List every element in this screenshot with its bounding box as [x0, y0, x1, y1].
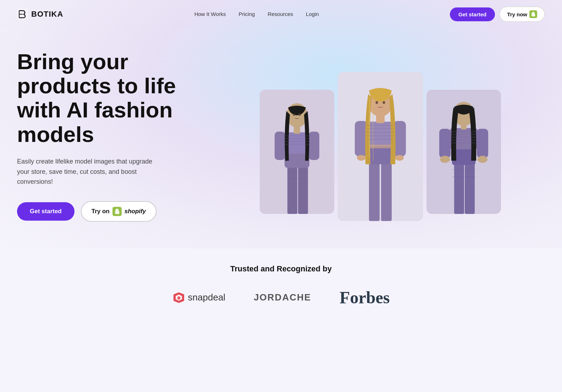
svg-point-57	[478, 156, 487, 163]
nav-menu: How It Works Pricing Resources Login	[194, 11, 319, 17]
shopify-brand-label: shopify	[125, 208, 146, 215]
svg-rect-54	[439, 129, 451, 158]
model-image-left	[260, 90, 334, 214]
hero-title: Bring your products to life with AI fash…	[17, 50, 216, 147]
svg-point-5	[116, 213, 117, 214]
nav-try-now-button[interactable]: Try now	[499, 6, 545, 22]
navbar: BOTIKA How It Works Pricing Resources Lo…	[0, 0, 562, 28]
hero-section: Bring your products to life with AI fash…	[0, 28, 562, 250]
hero-content: Bring your products to life with AI fash…	[17, 50, 216, 222]
nav-pricing[interactable]: Pricing	[239, 11, 255, 17]
nav-resources[interactable]: Resources	[268, 11, 293, 17]
svg-point-40	[376, 101, 378, 104]
jordache-logo: JORDACHE	[254, 292, 311, 303]
svg-rect-10	[298, 164, 308, 214]
nav-how-it-works[interactable]: How It Works	[194, 11, 226, 17]
svg-point-3	[534, 16, 534, 16]
svg-rect-30	[381, 161, 392, 221]
snapdeal-name: snapdeal	[188, 292, 226, 303]
model-image-center	[338, 72, 423, 221]
svg-rect-13	[275, 132, 285, 160]
svg-point-42	[380, 105, 381, 106]
svg-rect-55	[477, 129, 488, 158]
svg-point-56	[440, 156, 450, 163]
svg-rect-9	[287, 164, 297, 214]
svg-point-6	[117, 213, 119, 214]
model-card-left	[260, 90, 334, 214]
model-image-right	[426, 90, 501, 214]
trusted-logos: snapdeal JORDACHE Forbes	[17, 288, 545, 307]
svg-point-18	[299, 113, 301, 116]
hero-subtitle: Easily create lifelike model images that…	[17, 156, 166, 187]
jordache-name: JORDACHE	[254, 292, 311, 303]
logo-link[interactable]: BOTIKA	[17, 9, 63, 20]
svg-point-36	[395, 155, 404, 161]
svg-rect-51	[465, 162, 475, 214]
hero-get-started-button[interactable]: Get started	[17, 202, 75, 221]
forbes-name: Forbes	[340, 288, 390, 307]
model-card-center	[338, 72, 423, 221]
svg-point-41	[383, 101, 385, 104]
model-card-right	[426, 90, 501, 214]
snapdeal-icon	[172, 291, 185, 304]
snapdeal-logo: snapdeal	[172, 291, 226, 304]
nav-actions: Get started Try now	[450, 6, 545, 22]
brand-name: BOTIKA	[31, 10, 63, 19]
shopify-bag-icon	[112, 207, 122, 216]
trusted-title: Trusted and Recognized by	[17, 264, 545, 274]
forbes-logo: Forbes	[340, 288, 390, 307]
models-display	[260, 72, 501, 221]
svg-point-17	[293, 113, 295, 116]
svg-rect-50	[454, 162, 464, 214]
svg-rect-37	[367, 145, 394, 148]
svg-rect-14	[309, 132, 319, 160]
logo-icon	[17, 9, 28, 20]
nav-get-started-button[interactable]: Get started	[450, 7, 495, 21]
svg-point-2	[532, 16, 533, 16]
hero-buttons: Get started Try on shopify	[17, 201, 216, 222]
try-on-label: Try on	[92, 208, 110, 215]
svg-rect-29	[369, 161, 380, 221]
hero-try-shopify-button[interactable]: Try on shopify	[81, 201, 156, 222]
nav-try-now-label: Try now	[507, 11, 527, 17]
svg-point-35	[357, 155, 365, 161]
trusted-section: Trusted and Recognized by snapdeal JORDA…	[0, 250, 562, 328]
shopify-icon	[529, 10, 537, 18]
hero-models	[216, 51, 545, 221]
nav-login[interactable]: Login	[306, 11, 319, 17]
